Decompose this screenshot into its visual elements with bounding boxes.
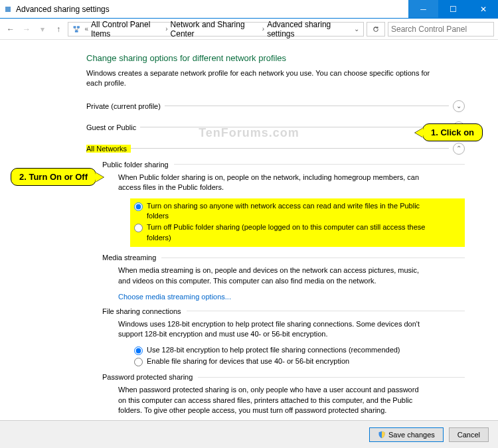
svg-rect-1 [77,26,80,28]
radio-pf-off[interactable] [134,224,143,232]
subsection-title: Media streaming [102,254,156,261]
subsection-media: Media streaming When media streaming is … [102,254,465,301]
callout-1: 1. Click on [422,123,483,141]
subsection-file-sharing: File sharing connections Windows uses 12… [102,307,465,367]
titlebar: Advanced sharing settings ─ ☐ ✕ [0,0,498,19]
back-button[interactable]: ← [4,23,17,36]
section-title: All Networks [86,145,131,153]
subsection-desc: When Public folder sharing is on, people… [118,173,424,193]
chevron-icon: › [164,25,169,33]
subsection-title: Public folder sharing [102,161,169,169]
shield-icon [378,431,386,439]
network-icon [72,25,80,34]
svg-rect-2 [75,30,78,32]
section-all-networks[interactable]: All Networks ⌃ [86,141,465,157]
subsection-desc: When password protected sharing is on, o… [118,385,424,415]
chevron-up-icon[interactable]: ⌃ [453,143,465,155]
breadcrumb-item[interactable]: Advanced sharing settings [267,20,350,38]
section-title: Guest or Public [86,123,140,131]
radio-label[interactable]: Use 128-bit encryption to help protect f… [147,345,400,355]
svg-line-3 [74,28,76,30]
breadcrumb[interactable]: « All Control Panel Items › Network and … [68,22,364,37]
callout-arrow-icon [96,173,104,182]
search-input[interactable] [391,25,491,34]
breadcrumb-item[interactable]: Network and Sharing Center [171,20,260,38]
media-options-link[interactable]: Choose media streaming options... [118,291,231,301]
breadcrumb-item[interactable]: All Control Panel Items [91,20,163,38]
cancel-label: Cancel [457,431,480,439]
app-icon [5,7,11,12]
subsection-title: File sharing connections [102,307,181,315]
up-button[interactable]: ↑ [52,23,65,36]
search-box[interactable] [388,22,494,37]
window-title: Advanced sharing settings [16,5,408,14]
subsection-desc: When media streaming is on, people and d… [118,265,424,286]
content-area: Change sharing options for different net… [0,40,498,443]
subsection-desc: Windows uses 128-bit encryption to help … [118,319,424,340]
chevron-icon: › [261,25,266,33]
radio-fs-128[interactable] [134,346,143,355]
refresh-icon [372,25,380,33]
callout-2: 2. Turn On or Off [11,168,96,186]
section-title: Private (current profile) [86,102,165,110]
file-sharing-radio-group: Use 128-bit encryption to help protect f… [134,345,465,367]
maximize-button[interactable]: ☐ [438,0,468,18]
public-folder-radio-group: Turn on sharing so anyone with network a… [130,198,465,248]
svg-line-4 [76,28,78,30]
refresh-button[interactable] [367,22,385,37]
forward-button[interactable]: → [20,23,33,36]
chevron-icon: « [83,25,90,33]
save-button[interactable]: Save changes [369,427,444,442]
radio-label[interactable]: Turn off Public folder sharing (people l… [147,222,426,243]
section-guest[interactable]: Guest or Public ⌄ [86,119,465,135]
cancel-button[interactable]: Cancel [449,427,489,442]
radio-label[interactable]: Turn on sharing so anyone with network a… [147,201,426,222]
recent-dropdown[interactable]: ▾ [36,23,49,36]
svg-rect-0 [74,26,76,28]
button-bar: Save changes Cancel [0,420,498,448]
radio-pf-on[interactable] [134,202,143,211]
section-private[interactable]: Private (current profile) ⌄ [86,98,465,114]
page-description: Windows creates a separate network profi… [86,68,432,89]
close-button[interactable]: ✕ [468,0,498,18]
navbar: ← → ▾ ↑ « All Control Panel Items › Netw… [0,19,498,40]
minimize-button[interactable]: ─ [408,0,438,18]
subsection-title: Password protected sharing [102,373,193,381]
chevron-down-icon[interactable]: ⌄ [453,100,465,112]
callout-arrow-icon [415,128,423,137]
chevron-down-icon[interactable]: ⌄ [353,25,361,33]
subsection-public-folder: Public folder sharing When Public folder… [102,161,465,247]
radio-label[interactable]: Enable file sharing for devices that use… [147,356,349,366]
save-label: Save changes [388,431,435,439]
radio-fs-4056[interactable] [134,358,143,366]
page-title: Change sharing options for different net… [86,53,465,63]
